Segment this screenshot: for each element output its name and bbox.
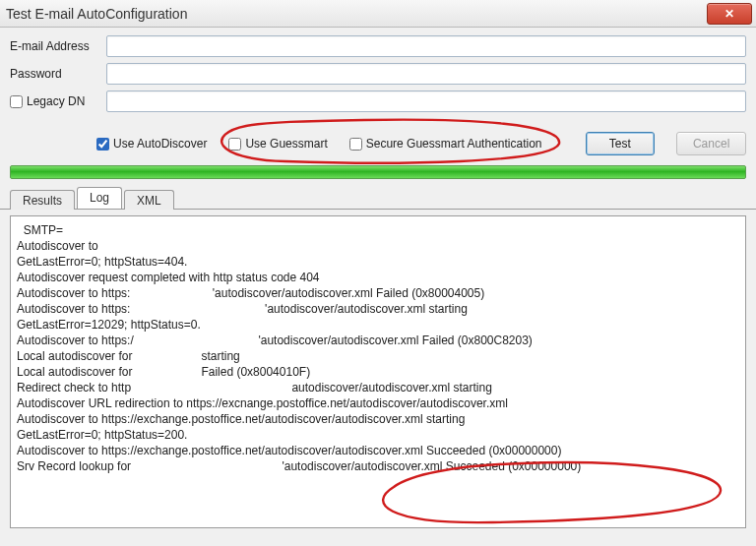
log-line: Autodiscover to https:/ 'autodiscover/au… <box>17 333 739 348</box>
tabstrip: Results Log XML <box>0 187 756 210</box>
log-line: GetLastError=0; httpStatus=200. <box>17 427 739 443</box>
log-line: Autodiscover to https://exchange.postoff… <box>17 411 739 427</box>
log-panel: SMTP=Autodiscover toGetLastError=0; http… <box>10 215 746 528</box>
label-email: E-mail Address <box>10 39 106 53</box>
log-line: GetLastError=0; httpStatus=404. <box>17 254 739 270</box>
use-autodiscover-label: Use AutoDiscover <box>113 137 207 151</box>
legacy-dn-label-text: Legacy DN <box>27 94 85 108</box>
log-line: Redirect check to http autodiscover/auto… <box>17 380 739 395</box>
legacy-dn-checkbox[interactable] <box>10 95 23 108</box>
log-line: Autodiscover request completed with http… <box>17 270 739 285</box>
log-line: Autodiscover to <box>17 238 739 254</box>
use-guessmart-option[interactable]: Use Guessmart <box>228 137 327 151</box>
cancel-button: Cancel <box>676 132 746 155</box>
test-button[interactable]: Test <box>586 132 656 155</box>
log-line: Local autodiscover for Failed (0x8004010… <box>17 364 739 380</box>
password-field[interactable] <box>106 63 746 85</box>
tab-results[interactable]: Results <box>10 190 75 210</box>
row-password: Password <box>10 63 746 85</box>
secure-guessmart-checkbox[interactable] <box>349 138 362 151</box>
window-title: Test E-mail AutoConfiguration <box>6 6 187 22</box>
log-line: SMTP= <box>17 222 739 238</box>
progress-bar <box>10 165 746 179</box>
tab-log[interactable]: Log <box>77 187 122 209</box>
row-email: E-mail Address <box>10 35 746 57</box>
row-legacy-dn: Legacy DN <box>10 91 746 112</box>
log-line: Local autodiscover for starting <box>17 348 739 364</box>
label-legacy-dn[interactable]: Legacy DN <box>10 94 106 108</box>
close-button[interactable]: ✕ <box>707 3 752 25</box>
log-line: Srv Record lookup for 'autodiscover/auto… <box>17 458 739 474</box>
secure-guessmart-option[interactable]: Secure Guessmart Authentication <box>349 137 542 151</box>
email-field[interactable] <box>106 35 746 57</box>
log-line: GetLastError=12029; httpStatus=0. <box>17 317 739 333</box>
use-autodiscover-checkbox[interactable] <box>96 138 109 151</box>
options-row: Use AutoDiscover Use Guessmart Secure Gu… <box>0 122 756 163</box>
close-icon: ✕ <box>724 7 734 21</box>
log-line: Autodiscover to https: 'autodiscover/aut… <box>17 285 739 301</box>
legacy-dn-field[interactable] <box>106 91 746 112</box>
tab-xml[interactable]: XML <box>124 190 174 210</box>
form-area: E-mail Address Password Legacy DN <box>0 28 756 122</box>
log-line: Autodiscover URL redirection to nttps://… <box>17 395 739 411</box>
log-line: Autodiscover to https://exchange.postoff… <box>17 443 739 458</box>
secure-guessmart-label: Secure Guessmart Authentication <box>366 137 542 151</box>
label-password: Password <box>10 67 106 81</box>
log-line: Autodiscover to https: 'autodiscover/aut… <box>17 301 739 317</box>
window-titlebar: Test E-mail AutoConfiguration ✕ <box>0 0 756 28</box>
use-autodiscover-option[interactable]: Use AutoDiscover <box>96 137 207 151</box>
use-guessmart-checkbox[interactable] <box>228 138 241 151</box>
use-guessmart-label: Use Guessmart <box>245 137 327 151</box>
